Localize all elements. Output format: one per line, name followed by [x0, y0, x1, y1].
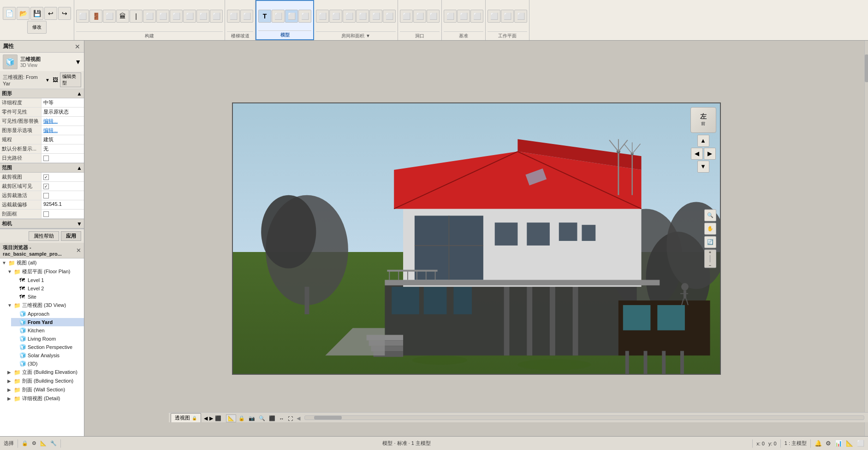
tab-left-icon[interactable]: ◀ [204, 415, 208, 421]
prop-far-clip-checkbox[interactable] [43, 193, 49, 198]
window-button[interactable]: ⬜ [103, 10, 116, 23]
viewport-frame[interactable]: 左 前 ▲ ◀ ▶ ▼ 🔍 ✋ 🔄 +− [232, 102, 721, 375]
view-dropdown-icon[interactable]: ▼ [75, 58, 81, 66]
apply-button[interactable]: 应用 [61, 231, 81, 241]
prop-vg-overrides-value[interactable]: 编辑... [42, 117, 84, 126]
nav-right-button[interactable]: ▶ [704, 148, 716, 160]
prop-far-clip-value[interactable] [42, 191, 84, 200]
component-button[interactable]: 🏛 [116, 10, 129, 23]
level-button[interactable]: ⬜ [444, 10, 457, 23]
tree-solar-analysis[interactable]: 🧊 Solar Analysis [11, 351, 84, 360]
open-button[interactable]: 📂 [17, 7, 30, 20]
model-text-button[interactable]: T [258, 10, 271, 23]
edit-type-button[interactable]: 编辑类型 [60, 72, 81, 87]
nav-left-button[interactable]: ◀ [691, 148, 703, 160]
tree-3d-view[interactable]: ▼ 📁 三维视图 (3D View) [6, 301, 84, 310]
range-section-header[interactable]: 范围 ▲ [0, 163, 84, 173]
viewer-workplane-button[interactable]: ⬜ [514, 10, 527, 23]
view-icon4[interactable]: 🔍 [257, 415, 267, 422]
area-tag-button[interactable]: ⬜ [383, 10, 396, 23]
floor-button[interactable]: ⬜ [143, 10, 156, 23]
status-icon1[interactable]: 🔒 [22, 440, 28, 446]
tree-kitchen[interactable]: 🧊 Kitchen [11, 326, 84, 335]
nav-cube[interactable]: 左 前 [690, 107, 716, 133]
tree-from-yard[interactable]: 🧊 From Yard [11, 318, 84, 326]
properties-close-button[interactable]: ✕ [74, 43, 81, 50]
prop-graphic-display-value[interactable]: 编辑... [42, 126, 84, 135]
tree-floor-plan[interactable]: ▼ 📁 楼层平面 (Floor Plan) [6, 267, 84, 276]
view-icon3[interactable]: 📷 [247, 415, 256, 422]
nav-down-button[interactable]: ▼ [697, 161, 709, 173]
ceiling-button[interactable]: ⬜ [156, 10, 169, 23]
view-perspective-icon[interactable]: 📐 [226, 414, 236, 422]
prop-far-offset-value[interactable]: 92545.1 [42, 200, 84, 209]
detail-group-button[interactable]: ⬜ [298, 10, 311, 23]
graphics-section-header[interactable]: 图形 ▲ [0, 89, 84, 98]
wall-button[interactable]: ⬜ [76, 10, 89, 23]
room-button[interactable]: ⬜ [316, 10, 329, 23]
prop-crop-region-visible-value[interactable] [42, 182, 84, 191]
model-line-button[interactable]: ⬜ [272, 10, 285, 23]
prop-sun-path-value[interactable] [42, 154, 84, 162]
tree-level1[interactable]: 🗺 Level 1 [11, 276, 84, 284]
door-button[interactable]: 🚪 [89, 10, 102, 23]
save-button[interactable]: 💾 [30, 7, 43, 20]
curtain-grid-button[interactable]: ⬜ [196, 10, 209, 23]
ref-plane-button[interactable]: ⬜ [470, 10, 483, 23]
status-right-icon4[interactable]: 📐 [846, 440, 853, 447]
prop-analysis-display-value[interactable]: 无 [42, 144, 84, 153]
modify-button[interactable]: 修改 [27, 21, 47, 34]
model-group-button[interactable]: ⬜ [285, 10, 298, 23]
set-workplane-button[interactable]: ⬜ [488, 10, 500, 23]
status-icon3[interactable]: 📐 [40, 440, 47, 446]
viewport-hscroll-thumb[interactable] [314, 416, 342, 420]
opening2-button[interactable]: ⬜ [413, 10, 426, 23]
view-icon6[interactable]: ↔ [278, 415, 285, 422]
prop-crop-view-value[interactable] [42, 173, 84, 181]
properties-help-button[interactable]: 属性帮助 [29, 231, 59, 241]
tree-approach[interactable]: 🧊 Approach [11, 310, 84, 318]
view-icon2[interactable]: 🔒 [237, 415, 246, 422]
view-icon5[interactable]: ⬛ [268, 415, 277, 422]
viewport-hscroll[interactable] [304, 415, 864, 420]
undo-button[interactable]: ↩ [44, 7, 57, 20]
roof-button[interactable]: ⬜ [170, 10, 183, 23]
main-scrollbar-v[interactable] [864, 41, 868, 436]
prop-section-box-checkbox[interactable] [43, 211, 49, 217]
tree-views-all[interactable]: ▼ 📁 视图 (all) [0, 258, 84, 267]
tree-building-elevation[interactable]: ▶ 📁 立面 (Building Elevation) [6, 368, 84, 377]
tree-site[interactable]: 🗺 Site [11, 293, 84, 301]
tree-detail[interactable]: ▶ 📁 详细视图 (Detail) [6, 394, 84, 403]
status-icon4[interactable]: 🔧 [50, 440, 57, 446]
view-selector-dropdown-icon[interactable]: ▼ [45, 78, 50, 83]
opening1-button[interactable]: ⬜ [400, 10, 413, 23]
zoom-tool-button[interactable]: 🔍 [704, 209, 716, 221]
tab-right-icon[interactable]: ▶ [209, 415, 213, 421]
prop-discipline-value[interactable]: 建筑 [42, 135, 84, 144]
status-right-icon3[interactable]: 📊 [835, 440, 842, 447]
prop-crop-region-visible-checkbox[interactable] [43, 184, 49, 189]
orbit-tool-button[interactable]: 🔄 [704, 236, 716, 248]
redo-button[interactable]: ↪ [58, 7, 71, 20]
project-browser-close-button[interactable]: ✕ [76, 247, 81, 254]
prop-parts-visibility-value[interactable]: 显示原状态 [42, 108, 84, 116]
main-scrollbar-thumb[interactable] [865, 54, 868, 82]
tree-3d-default[interactable]: 🧊 (3D) [11, 360, 84, 368]
prop-sun-path-checkbox[interactable] [43, 156, 49, 161]
zoom-slider[interactable]: +− [704, 249, 716, 268]
grid-button[interactable]: ⬜ [457, 10, 470, 23]
curtain-wall-button[interactable]: ⬜ [183, 10, 196, 23]
tab-perspective[interactable]: 透视图 🔒 [171, 413, 201, 422]
prop-crop-view-checkbox[interactable] [43, 174, 49, 180]
view-icon7[interactable]: ⛶ [286, 415, 294, 422]
stair-button[interactable]: ⬜ [227, 10, 240, 23]
room-separator-button[interactable]: ⬜ [329, 10, 342, 23]
camera-section-header[interactable]: 相机 ▼ [0, 219, 84, 228]
tree-section-perspective[interactable]: 🧊 Section Perspective [11, 343, 84, 351]
area-boundary-button[interactable]: ⬜ [369, 10, 382, 23]
opening3-button[interactable]: ⬜ [427, 10, 440, 23]
tree-level2[interactable]: 🗺 Level 2 [11, 284, 84, 293]
prop-section-box-value[interactable] [42, 210, 84, 218]
prop-detail-level-value[interactable]: 中等 [42, 98, 84, 107]
show-workplane-button[interactable]: ⬜ [501, 10, 514, 23]
